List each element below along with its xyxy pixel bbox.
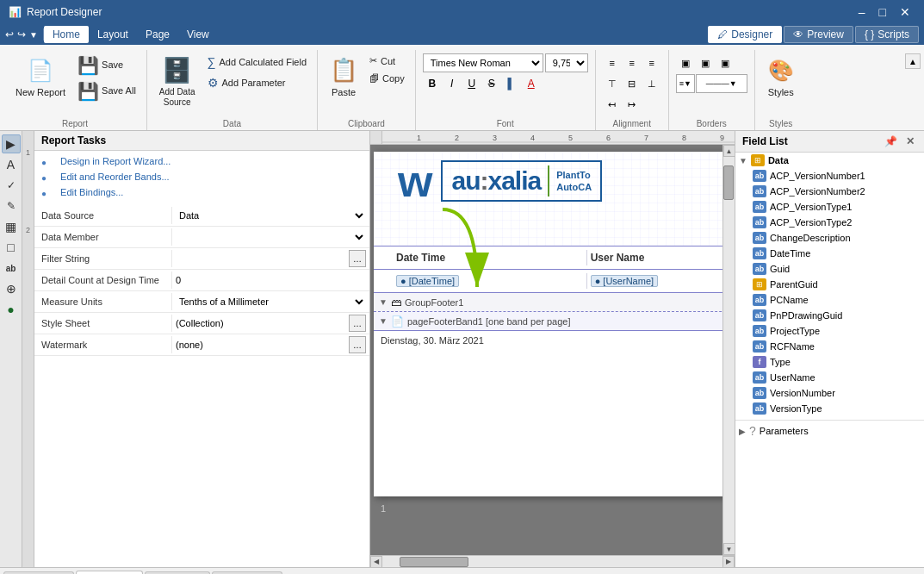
scroll-down-btn[interactable]: ▼ [723,543,735,555]
border-style-btn[interactable]: ———▼ [696,74,747,93]
strikethrough-btn[interactable]: S [482,74,501,93]
fl-item-acp2[interactable]: ab ACP_VersionNumber2 [735,184,924,199]
fl-item-versionnumber[interactable]: ab VersionNumber [735,385,924,401]
scroll-up-btn[interactable]: ▲ [723,145,735,157]
fl-item-changedesc[interactable]: ab ChangeDescription [735,230,924,246]
close-btn[interactable]: ✕ [895,5,915,19]
designer-btn[interactable]: 🖊 Designer [708,26,782,43]
circle-tool[interactable]: ● [2,300,21,319]
edit-tool[interactable]: ✎ [2,197,21,215]
tab-report2[interactable]: 📄 Report... [212,571,282,575]
quick-undo[interactable]: ↩ [5,28,14,41]
cut-btn[interactable]: ✂ Cut [366,53,408,68]
fl-item-guid[interactable]: ab Guid [735,261,924,277]
select-tool[interactable]: ▶ [2,134,21,153]
fl-item-parentguid[interactable]: ⊞ ParentGuid [735,277,924,292]
fl-item-username[interactable]: ab UserName [735,370,924,385]
collapse-ribbon-btn[interactable]: ▲ [905,53,921,69]
align-left-btn[interactable]: ≡ [603,53,622,72]
pin-icon[interactable]: 📌 [882,134,900,148]
design-wizard-link[interactable]: Design in Report Wizard... [50,156,171,166]
indent-dec-btn[interactable]: ↤ [603,95,622,114]
styles-btn[interactable]: 🎨 Styles [762,53,800,102]
edit-bands-link[interactable]: Edit and Reorder Bands... [50,172,170,182]
border-btn1[interactable]: ▣ [676,53,695,72]
align-bottom-btn[interactable]: ⊥ [642,74,661,93]
watermark-input[interactable] [176,336,349,353]
close-field-list-btn[interactable]: ✕ [903,134,917,148]
fl-item-acp1[interactable]: ab ACP_VersionNumber1 [735,168,924,184]
tab-view[interactable]: View [178,26,218,43]
group-footer-expand[interactable]: ▼ [379,297,388,307]
fl-item-acptype1[interactable]: ab ACP_VersionType1 [735,199,924,215]
border-color-btn[interactable]: ≡▼ [676,74,695,93]
shape-tool[interactable]: □ [2,238,21,257]
detail-count-input[interactable] [176,271,366,289]
italic-btn[interactable]: I [443,74,462,93]
preview-btn[interactable]: 👁 Preview [784,26,853,43]
fl-expand-params[interactable]: ▶ [739,427,746,436]
font-name-select[interactable]: Times New Roman [423,53,543,72]
design-canvas-scroll[interactable]: w au:xalia PlantToAutoCA Date Time Us [370,145,722,555]
add-parameter-btn[interactable]: ⚙ Add Parameter [204,74,311,91]
text-tool[interactable]: A [2,155,21,174]
scripts-btn[interactable]: { } Scripts [855,26,919,43]
data-source-select[interactable]: Data [176,207,366,224]
fl-data-root[interactable]: ▼ ⊞ Data [735,153,924,168]
style-sheet-input[interactable] [176,315,349,332]
copy-btn[interactable]: 🗐 Copy [366,72,408,85]
minimize-btn[interactable]: – [853,5,871,19]
indent-inc-btn[interactable]: ↦ [623,95,642,114]
underline-btn[interactable]: U [462,74,481,93]
watermark-btn[interactable]: … [349,336,366,353]
font-color-btn[interactable]: A [522,74,541,93]
fl-expand-data[interactable]: ▼ [739,156,747,165]
filter-string-input[interactable] [176,250,349,267]
measure-units-select[interactable]: Tenths of a Millimeter [176,293,366,310]
vertical-scrollbar[interactable]: ▲ ▼ [722,145,735,555]
maximize-btn[interactable]: □ [874,5,891,19]
page-footer-expand[interactable]: ▼ [379,316,388,326]
style-sheet-btn[interactable]: … [349,315,366,332]
tab-layout[interactable]: Layout [89,26,137,43]
highlight-btn[interactable]: ▌ [502,74,521,93]
fl-item-projecttype[interactable]: ab ProjectType [735,323,924,339]
tab-report1[interactable]: 📄 Report... [3,571,74,575]
barcode-tool[interactable]: ab [2,259,21,278]
paste-btn[interactable]: 📋 Paste [325,53,363,102]
align-top-btn[interactable]: ⊤ [603,74,622,93]
edit-bindings-link[interactable]: Edit Bindings... [50,187,123,197]
fl-parameters-item[interactable]: ▶ ? Parameters [735,420,924,440]
fl-item-type[interactable]: f Type [735,354,924,370]
fl-item-acptype2[interactable]: ab ACP_VersionType2 [735,215,924,230]
border-btn2[interactable]: ▣ [696,53,715,72]
horizontal-scrollbar[interactable]: ◀ ▶ [370,555,735,567]
table-tool[interactable]: ▦ [2,217,21,236]
add-calculated-field-btn[interactable]: ∑ Add Calculated Field [204,53,311,71]
add-data-source-btn[interactable]: 🗄️ Add DataSource [154,53,201,111]
fl-item-pcname[interactable]: ab PCName [735,292,924,308]
align-right-btn[interactable]: ≡ [642,53,661,72]
save-all-btn[interactable]: 💾 Save All [74,79,140,103]
tab-properties[interactable]: ⚙ Proper... [76,571,143,574]
new-report-btn[interactable]: 📄 New Report [10,53,71,102]
fl-item-versiontype[interactable]: ab VersionType [735,401,924,416]
fl-item-pnpdrawingguid[interactable]: ab PnPDrawingGuid [735,308,924,323]
quick-redo[interactable]: ↪ [17,28,26,41]
quick-dropdown[interactable]: ▼ [29,30,38,40]
save-btn[interactable]: 💾 Save [74,53,140,78]
cross-tool[interactable]: ⊕ [2,279,21,298]
align-middle-btn[interactable]: ⊟ [623,74,642,93]
border-btn3[interactable]: ▣ [716,53,735,72]
fl-item-datetime[interactable]: ab DateTime [735,246,924,261]
bold-btn[interactable]: B [423,74,442,93]
fl-item-rcfname[interactable]: ab RCFName [735,339,924,354]
scroll-right-btn[interactable]: ▶ [722,556,735,568]
tab-home[interactable]: Home [44,26,89,43]
tab-page[interactable]: Page [137,26,178,43]
filter-string-btn[interactable]: … [349,250,366,267]
align-center-btn[interactable]: ≡ [623,53,642,72]
checkbox-tool[interactable]: ✓ [2,176,21,195]
font-size-select[interactable]: 9,75 [545,53,588,72]
scroll-left-btn[interactable]: ◀ [370,556,382,568]
